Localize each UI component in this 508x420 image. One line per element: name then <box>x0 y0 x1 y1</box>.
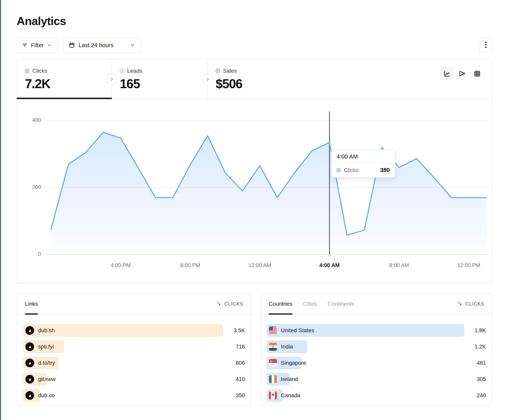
stat-tab-sales[interactable]: Sales $506 <box>208 59 311 99</box>
stat-label: Clicks <box>32 68 47 74</box>
countries-list: United States1.8KIndia1.2KSingapore481Ir… <box>261 324 492 402</box>
list-item[interactable]: Ireland305 <box>267 373 486 385</box>
stat-tab-clicks[interactable]: Clicks 7.2K <box>17 59 112 99</box>
analytics-page: Analytics Filter Last 24 hours <box>0 0 508 420</box>
item-label: dub.sh <box>38 327 55 334</box>
clicks-legend-chip <box>337 168 341 172</box>
tab-label: Continents <box>328 301 354 307</box>
item-label: Ireland <box>281 376 298 382</box>
item-label: dub.co <box>38 392 55 398</box>
dub-logo-icon <box>25 391 34 400</box>
list-item[interactable]: dub.co350 <box>23 389 245 402</box>
chevron-down-icon <box>130 42 135 48</box>
y-tick-label: 0 <box>23 251 41 257</box>
tooltip-series-label: Clicks <box>344 167 359 173</box>
list-item[interactable]: git.new410 <box>23 373 245 385</box>
links-tabs: Links <box>25 294 38 314</box>
clicks-time-series-chart[interactable]: 0200400 4:00 PM8:00 PM12:00 AM4:00 AM8:0… <box>17 100 492 284</box>
flag-ireland-icon <box>269 375 277 383</box>
stat-tab-leads[interactable]: Leads 165 <box>112 59 208 99</box>
chevron-right-icon <box>110 77 114 82</box>
list-item[interactable]: spti.fyi716 <box>23 340 245 353</box>
list-item[interactable]: Canada240 <box>267 389 486 402</box>
list-item[interactable]: Singapore481 <box>267 357 486 369</box>
table-grid-icon <box>473 70 481 78</box>
chevron-down-icon <box>47 43 52 48</box>
flag-united-states-icon <box>269 326 277 334</box>
dub-logo-icon <box>25 375 34 384</box>
item-label: git.new <box>38 376 56 382</box>
table-view-button[interactable] <box>471 67 484 80</box>
item-value: 3.5K <box>233 324 245 337</box>
chart-tooltip: 4:00 AM Clicks 380 <box>331 149 395 178</box>
stat-value: $506 <box>216 76 311 91</box>
tab-label: Links <box>25 301 38 307</box>
item-value: 350 <box>236 389 245 402</box>
item-value: 305 <box>477 373 486 385</box>
item-label: d.to/try <box>38 360 55 366</box>
line-chart-icon <box>443 70 451 78</box>
metric-label: CLICKS <box>465 301 484 307</box>
cursor-click-icon <box>217 301 222 307</box>
list-item[interactable]: dub.sh3.5K <box>23 324 245 337</box>
page-title: Analytics <box>17 14 66 28</box>
x-tick-label: 12:00 AM <box>242 262 278 268</box>
page-left-accent <box>0 0 1 420</box>
filter-button-label: Filter <box>31 42 44 49</box>
dub-logo-icon <box>25 359 34 367</box>
item-label: spti.fyi <box>38 344 54 350</box>
stats-header: Clicks 7.2K Leads 165 Sales $506 <box>17 59 492 100</box>
countries-panel: Countries Cities Continents CLICKS <box>260 293 492 406</box>
sales-legend-chip <box>216 69 220 73</box>
x-tick-label: 12:00 PM <box>451 262 486 268</box>
tab-countries[interactable]: Countries <box>269 294 292 314</box>
dub-logo-icon <box>25 342 34 351</box>
date-range-button[interactable]: Last 24 hours <box>63 37 141 53</box>
flag-singapore-icon <box>269 359 277 367</box>
kebab-menu-icon <box>483 41 489 49</box>
list-item[interactable]: United States1.8K <box>267 324 486 337</box>
clicks-legend-chip <box>25 69 29 73</box>
expand-clicks-leads-button[interactable] <box>106 74 117 85</box>
more-menu-button[interactable] <box>479 38 492 52</box>
x-tick-label: 4:00 PM <box>103 262 138 268</box>
filter-lines-icon <box>22 42 28 48</box>
stat-label: Sales <box>223 68 237 74</box>
funnel-chart-view-button[interactable] <box>456 67 469 80</box>
analytics-card: Clicks 7.2K Leads 165 Sales $506 <box>17 59 492 284</box>
list-item[interactable]: d.to/try606 <box>23 357 245 369</box>
list-item[interactable]: India1.2K <box>267 340 486 353</box>
item-label: India <box>281 344 293 350</box>
tab-links[interactable]: Links <box>25 294 38 314</box>
item-label: Canada <box>281 392 300 398</box>
metric-label: CLICKS <box>224 301 243 307</box>
y-tick-label: 200 <box>23 184 41 190</box>
filter-button[interactable]: Filter <box>17 37 58 53</box>
tab-label: Countries <box>269 301 292 307</box>
item-value: 481 <box>477 357 486 369</box>
tooltip-time: 4:00 AM <box>331 150 395 163</box>
flag-india-icon <box>269 343 277 351</box>
tab-label: Cities <box>303 301 317 307</box>
tab-cities[interactable]: Cities <box>303 294 317 314</box>
links-metric-sort[interactable]: CLICKS <box>217 301 243 307</box>
item-value: 240 <box>477 389 486 402</box>
item-label: United States <box>281 327 314 334</box>
item-value: 606 <box>236 357 245 369</box>
links-panel: Links CLICKS dub.sh3.5Kspti.fyi716d.to/t… <box>17 293 251 406</box>
chevron-right-icon <box>205 77 210 82</box>
item-value: 1.2K <box>474 340 486 353</box>
dub-logo-icon <box>25 326 34 335</box>
flag-canada-icon <box>269 391 277 399</box>
item-value: 1.8K <box>474 324 486 337</box>
line-chart-view-button[interactable] <box>441 67 454 80</box>
expand-leads-sales-button[interactable] <box>202 74 213 85</box>
item-label: Singapore <box>281 360 306 366</box>
tab-continents[interactable]: Continents <box>328 294 354 314</box>
y-tick-label: 400 <box>23 117 41 123</box>
stat-value: 7.2K <box>25 76 112 91</box>
countries-metric-sort[interactable]: CLICKS <box>457 301 484 307</box>
stat-value: 165 <box>120 76 207 91</box>
x-tick-label: 4:00 AM <box>312 262 347 268</box>
item-value: 716 <box>236 340 245 353</box>
